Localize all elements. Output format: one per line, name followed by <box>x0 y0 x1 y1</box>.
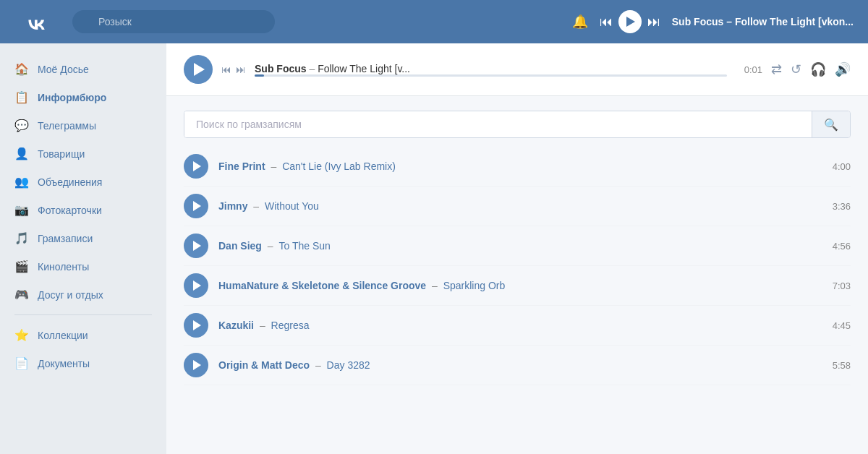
games-icon: 🎮 <box>14 288 29 301</box>
track-play-button[interactable] <box>184 234 208 258</box>
player-track-info: Sub Focus – Follow The Light [v... <box>255 63 727 77</box>
sidebar-label-video: Киноленты <box>38 261 89 273</box>
track-title: Can't Lie (Ivy Lab Remix) <box>282 160 396 172</box>
player-dash: – <box>309 63 315 74</box>
sidebar-label-bookmarks: Коллекции <box>38 330 88 341</box>
track-title: Regresa <box>271 320 310 331</box>
track-item: Origin & Matt Deco – Day 3282 5:58 <box>184 346 851 385</box>
friends-icon: 👤 <box>14 147 29 160</box>
track-info: Origin & Matt Deco – Day 3282 <box>218 359 822 371</box>
track-item: Fine Print – Can't Lie (Ivy Lab Remix) 4… <box>184 147 851 187</box>
music-icon: 🎵 <box>14 231 29 245</box>
sidebar-item-photos[interactable]: 📷 Фотокарточки <box>0 196 166 224</box>
sidebar-label-groups: Объединения <box>38 176 102 188</box>
track-play-button[interactable] <box>184 273 208 298</box>
track-separator: – <box>253 200 262 212</box>
sidebar-item-news[interactable]: 📋 Информбюро <box>0 83 166 111</box>
track-duration: 4:00 <box>833 161 851 172</box>
track-separator: – <box>315 359 324 371</box>
player-right-controls: ⇄ ↺ 🎧 🔊 <box>771 61 851 77</box>
shuffle-icon[interactable]: ⇄ <box>771 61 782 77</box>
player-time: 0:01 <box>744 64 762 75</box>
sidebar-item-docs[interactable]: 📄 Документы <box>0 349 166 377</box>
nav-search-input[interactable] <box>72 10 275 33</box>
nav-search-wrapper: 🔍 <box>72 10 275 33</box>
track-duration: 4:45 <box>833 320 851 331</box>
sidebar-divider <box>14 314 152 315</box>
player-track-name: Sub Focus – Follow The Light [v... <box>255 63 727 74</box>
track-play-button[interactable] <box>184 154 208 179</box>
track-duration: 3:36 <box>833 201 851 212</box>
sidebar-label-docs: Документы <box>38 358 90 369</box>
headphone-icon[interactable]: 🎧 <box>810 61 826 77</box>
track-title: Sparkling Orb <box>443 280 506 291</box>
video-icon: 🎬 <box>14 260 29 273</box>
track-play-button[interactable] <box>184 313 208 338</box>
track-play-button[interactable] <box>184 353 208 377</box>
player-prev-icon[interactable]: ⏮ <box>221 64 231 75</box>
track-duration: 4:56 <box>833 241 851 252</box>
bookmarks-icon: ⭐ <box>14 328 29 342</box>
sidebar-item-groups[interactable]: 👥 Объединения <box>0 168 166 196</box>
nav-play-button[interactable] <box>618 10 642 33</box>
track-play-button[interactable] <box>184 194 208 218</box>
repeat-icon[interactable]: ↺ <box>791 61 801 77</box>
nav-track-title: Sub Focus – Follow The Light [vkon... <box>672 16 854 27</box>
track-list: Fine Print – Can't Lie (Ivy Lab Remix) 4… <box>166 147 868 385</box>
player-progress-bar[interactable] <box>255 74 727 77</box>
track-info: Dan Sieg – To The Sun <box>218 240 822 252</box>
sidebar-item-games[interactable]: 🎮 Досуг и отдых <box>0 280 166 309</box>
track-artist: Dan Sieg <box>218 240 262 252</box>
sidebar-item-friends[interactable]: 👤 Товарищи <box>0 140 166 168</box>
docs-icon: 📄 <box>14 356 29 370</box>
track-artist: Fine Print <box>218 160 265 172</box>
track-item: HumaNature & Skeletone & Silence Groove … <box>184 266 851 306</box>
volume-icon[interactable]: 🔊 <box>835 61 851 77</box>
track-item: Kazukii – Regresa 4:45 <box>184 306 851 346</box>
sidebar-label-music: Грамзаписи <box>38 233 93 244</box>
sidebar-label-friends: Товарищи <box>38 148 85 160</box>
track-title: To The Sun <box>278 240 330 252</box>
player-play-button[interactable] <box>184 55 213 84</box>
track-title: Day 3282 <box>327 359 370 371</box>
track-search-button[interactable]: 🔍 <box>812 111 850 137</box>
vk-logo[interactable] <box>14 14 58 30</box>
track-separator: – <box>268 240 276 252</box>
player-prev-next-controls: ⏮ ⏭ <box>221 64 246 75</box>
navbar: 🔍 🔔 ⏮ ⏭ Sub Focus – Follow The Light [vk… <box>0 0 868 43</box>
photos-icon: 📷 <box>14 203 29 217</box>
track-artist: Origin & Matt Deco <box>218 359 310 371</box>
news-icon: 📋 <box>14 90 29 104</box>
nav-player-controls: ⏮ ⏭ <box>600 10 660 33</box>
track-item: Dan Sieg – To The Sun 4:56 <box>184 226 851 266</box>
track-separator: – <box>432 280 441 291</box>
track-search-input[interactable] <box>184 111 812 137</box>
track-info: Jimny – Without You <box>218 200 822 212</box>
track-item: Jimny – Without You 3:36 <box>184 187 851 226</box>
track-separator: – <box>271 160 279 172</box>
sidebar-item-my-profile[interactable]: 🏠 Моё Досье <box>0 55 166 83</box>
sidebar-label-my-profile: Моё Досье <box>38 64 89 75</box>
main-content: ⏮ ⏭ Sub Focus – Follow The Light [v... 0… <box>166 43 868 454</box>
track-duration: 7:03 <box>833 280 851 291</box>
nav-prev-icon[interactable]: ⏮ <box>600 14 613 30</box>
notification-bell-icon[interactable]: 🔔 <box>572 14 588 30</box>
sidebar-item-music[interactable]: 🎵 Грамзаписи <box>0 224 166 252</box>
player-title: Follow The Light [v... <box>318 63 410 74</box>
nav-next-icon[interactable]: ⏭ <box>647 14 660 30</box>
sidebar-item-bookmarks[interactable]: ⭐ Коллекции <box>0 321 166 349</box>
home-icon: 🏠 <box>14 62 29 76</box>
groups-icon: 👥 <box>14 175 29 189</box>
sidebar-item-video[interactable]: 🎬 Киноленты <box>0 252 166 280</box>
player-progress-fill <box>255 74 264 77</box>
track-artist: Kazukii <box>218 320 254 331</box>
player-artist: Sub Focus <box>255 63 307 74</box>
track-artist: HumaNature & Skeletone & Silence Groove <box>218 280 426 291</box>
sidebar: 🏠 Моё Досье 📋 Информбюро 💬 Телеграммы 👤 … <box>0 43 166 454</box>
main-layout: 🏠 Моё Досье 📋 Информбюро 💬 Телеграммы 👤 … <box>0 43 868 454</box>
player-next-icon[interactable]: ⏭ <box>236 64 246 75</box>
track-search-section: 🔍 <box>166 96 868 147</box>
sidebar-item-messages[interactable]: 💬 Телеграммы <box>0 111 166 140</box>
track-info: Kazukii – Regresa <box>218 320 822 331</box>
player-bar: ⏮ ⏭ Sub Focus – Follow The Light [v... 0… <box>166 43 868 96</box>
